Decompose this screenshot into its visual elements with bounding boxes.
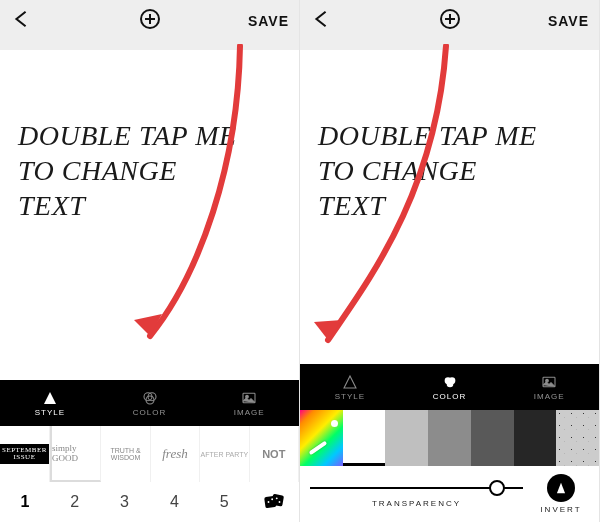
transparency-label: TRANSPARENCY bbox=[372, 499, 461, 508]
svg-rect-8 bbox=[271, 494, 284, 507]
color-swatch-gray-4[interactable] bbox=[514, 410, 557, 466]
page-4[interactable]: 4 bbox=[149, 493, 199, 511]
style-thumb-fresh[interactable]: fresh bbox=[151, 426, 200, 482]
page-3[interactable]: 3 bbox=[100, 493, 150, 511]
back-button[interactable] bbox=[10, 8, 32, 34]
tab-bar: STYLE COLOR IMAGE bbox=[0, 380, 299, 426]
page-row: 1 2 3 4 5 bbox=[0, 482, 299, 522]
svg-marker-1 bbox=[134, 314, 162, 336]
color-swatch-gray-3[interactable] bbox=[471, 410, 514, 466]
svg-point-12 bbox=[279, 501, 281, 503]
left-screen: SAVE DOUBLE TAP ME TO CHANGE TEXT STYLE … bbox=[0, 0, 300, 522]
color-strip bbox=[300, 410, 599, 466]
save-button[interactable]: SAVE bbox=[548, 13, 589, 29]
color-swatch-gray-2[interactable] bbox=[428, 410, 471, 466]
top-bar: SAVE bbox=[300, 0, 599, 42]
color-swatch-rainbow-picker[interactable] bbox=[300, 410, 343, 466]
tab-label: COLOR bbox=[133, 408, 166, 417]
color-swatch-pattern[interactable] bbox=[556, 410, 599, 466]
svg-marker-14 bbox=[314, 320, 342, 340]
color-swatch-gray-1[interactable] bbox=[385, 410, 428, 466]
svg-point-17 bbox=[446, 380, 453, 387]
style-thumb-simply-good[interactable]: simply GOOD bbox=[50, 426, 101, 482]
transparency-control: TRANSPARENCY bbox=[310, 480, 523, 508]
slider-knob[interactable] bbox=[489, 480, 505, 496]
style-thumb-not[interactable]: NOT bbox=[250, 426, 299, 482]
shuffle-dice-button[interactable] bbox=[249, 491, 299, 513]
tab-style[interactable]: STYLE bbox=[300, 364, 400, 410]
svg-point-9 bbox=[268, 501, 270, 503]
add-button[interactable] bbox=[138, 7, 162, 35]
tab-label: COLOR bbox=[433, 392, 466, 401]
tab-image[interactable]: IMAGE bbox=[199, 380, 299, 426]
canvas[interactable]: DOUBLE TAP ME TO CHANGE TEXT bbox=[0, 50, 299, 380]
add-button[interactable] bbox=[438, 7, 462, 35]
invert-control: INVERT bbox=[533, 474, 589, 514]
tab-style[interactable]: STYLE bbox=[0, 380, 100, 426]
tab-color[interactable]: COLOR bbox=[100, 380, 200, 426]
tab-image[interactable]: IMAGE bbox=[499, 364, 599, 410]
page-5[interactable]: 5 bbox=[199, 493, 249, 511]
save-button[interactable]: SAVE bbox=[248, 13, 289, 29]
right-screen: SAVE DOUBLE TAP ME TO CHANGE TEXT STYLE … bbox=[300, 0, 600, 522]
bottom-row: TRANSPARENCY INVERT bbox=[300, 466, 599, 522]
svg-point-11 bbox=[276, 497, 278, 499]
invert-button[interactable] bbox=[547, 474, 575, 502]
tab-color[interactable]: COLOR bbox=[400, 364, 500, 410]
placeholder-text[interactable]: DOUBLE TAP ME TO CHANGE TEXT bbox=[318, 118, 581, 223]
placeholder-line: DOUBLE TAP ME bbox=[18, 118, 281, 153]
page-2[interactable]: 2 bbox=[50, 493, 100, 511]
placeholder-line: DOUBLE TAP ME bbox=[318, 118, 581, 153]
top-bar: SAVE bbox=[0, 0, 299, 42]
style-thumb-truth-wisdom[interactable]: TRUTH & WISDOM bbox=[101, 426, 150, 482]
tab-label: STYLE bbox=[335, 392, 365, 401]
placeholder-line: TEXT bbox=[318, 188, 581, 223]
tab-label: IMAGE bbox=[534, 392, 565, 401]
invert-label: INVERT bbox=[540, 505, 581, 514]
transparency-slider[interactable] bbox=[310, 480, 523, 496]
placeholder-line: TO CHANGE bbox=[18, 153, 281, 188]
color-swatch-white[interactable] bbox=[343, 410, 386, 466]
placeholder-line: TEXT bbox=[18, 188, 281, 223]
page-1[interactable]: 1 bbox=[0, 493, 50, 511]
style-thumb-september-issue[interactable]: SEPTEMBERISSUE bbox=[0, 426, 50, 482]
svg-point-10 bbox=[271, 498, 273, 500]
tab-bar: STYLE COLOR IMAGE bbox=[300, 364, 599, 410]
tab-label: IMAGE bbox=[234, 408, 265, 417]
tab-label: STYLE bbox=[35, 408, 65, 417]
placeholder-text[interactable]: DOUBLE TAP ME TO CHANGE TEXT bbox=[18, 118, 281, 223]
style-thumb-after-party[interactable]: AFTER PARTY bbox=[200, 426, 249, 482]
canvas[interactable]: DOUBLE TAP ME TO CHANGE TEXT bbox=[300, 50, 599, 364]
style-strip: SEPTEMBERISSUE simply GOOD TRUTH & WISDO… bbox=[0, 426, 299, 482]
back-button[interactable] bbox=[310, 8, 332, 34]
placeholder-line: TO CHANGE bbox=[318, 153, 581, 188]
